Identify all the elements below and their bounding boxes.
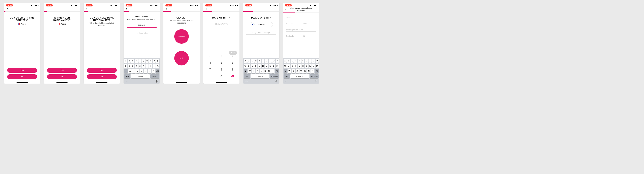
backspace-key[interactable]: ⌫ <box>275 69 279 73</box>
building-input[interactable]: Building/house name <box>286 28 316 32</box>
key-a[interactable]: a <box>124 58 127 63</box>
key-T[interactable]: T <box>298 58 301 63</box>
numpad-6[interactable]: 6 <box>227 61 238 64</box>
key-N[interactable]: N <box>307 69 310 73</box>
key-’[interactable]: ’ <box>152 69 155 73</box>
close-icon[interactable]: ✕ <box>6 7 9 10</box>
key-r[interactable]: r <box>135 58 138 63</box>
no-button[interactable]: No <box>87 74 117 79</box>
gender-option-male[interactable]: Male <box>174 51 189 66</box>
numpad-3[interactable]: 3 <box>227 54 238 58</box>
key-x[interactable]: x <box>132 69 136 73</box>
key-h[interactable]: h <box>142 64 145 68</box>
emoji-key[interactable]: ☺ <box>126 80 128 83</box>
numeric-mode-key[interactable]: 123 <box>244 74 250 78</box>
gender-option-female[interactable]: Female <box>174 29 189 44</box>
key-e[interactable]: e <box>131 58 134 63</box>
home-indicator[interactable] <box>216 82 227 83</box>
key-T[interactable]: T <box>258 58 261 63</box>
key-U[interactable]: U <box>265 58 268 63</box>
mic-key[interactable] <box>156 80 158 83</box>
key-p[interactable]: p <box>156 58 159 63</box>
key-V[interactable]: V <box>260 69 263 73</box>
emoji-key[interactable]: ☺ <box>245 80 248 83</box>
first-name-input[interactable]: Thibault <box>127 24 156 28</box>
back-icon[interactable]: ‹ <box>206 7 207 10</box>
key-b[interactable]: b <box>144 69 147 73</box>
back-icon[interactable]: ‹ <box>126 7 127 10</box>
key-W[interactable]: W <box>248 69 251 73</box>
key-t[interactable]: t <box>138 58 142 63</box>
key-L[interactable]: L <box>312 64 315 68</box>
key-D[interactable]: D <box>290 64 294 68</box>
key-R[interactable]: R <box>254 58 258 63</box>
numeric-mode-key[interactable]: 123 <box>284 74 290 78</box>
home-indicator[interactable] <box>176 82 187 83</box>
key-H[interactable]: H <box>262 64 265 68</box>
street-input[interactable]: Street <box>286 16 316 19</box>
key-F[interactable]: F <box>294 64 297 68</box>
key-B[interactable]: B <box>303 69 306 73</box>
key-W[interactable]: W <box>288 69 291 73</box>
key-L[interactable]: L <box>272 64 275 68</box>
yes-button[interactable]: Yes <box>7 68 37 73</box>
key-P[interactable]: P <box>316 58 318 63</box>
key-Q[interactable]: Q <box>244 64 247 68</box>
key-n[interactable]: n <box>148 69 151 73</box>
key-q[interactable]: q <box>124 64 127 68</box>
key-y[interactable]: y <box>142 58 145 63</box>
key-I[interactable]: I <box>269 58 272 63</box>
key-D[interactable]: D <box>251 64 254 68</box>
key-g[interactable]: g <box>138 64 142 68</box>
numpad-1[interactable]: 1 <box>204 54 216 58</box>
number-input[interactable]: Number <box>286 22 300 26</box>
key-l[interactable]: l <box>153 64 156 68</box>
key-d[interactable]: d <box>131 64 134 68</box>
numpad-9[interactable]: 9 <box>227 68 238 71</box>
numpad-2[interactable]: 2 <box>216 54 227 58</box>
shift-key[interactable]: ⇧ <box>124 69 128 73</box>
key-c[interactable]: c <box>136 69 140 73</box>
key-F[interactable]: F <box>254 64 258 68</box>
space-key[interactable]: espace <box>250 74 269 78</box>
home-indicator[interactable] <box>17 82 28 83</box>
key-G[interactable]: G <box>298 64 301 68</box>
postcode-input[interactable]: Postcode <box>286 34 300 38</box>
mic-key[interactable] <box>275 80 277 83</box>
back-icon[interactable]: ‹ <box>166 7 167 10</box>
no-button[interactable]: No <box>7 74 37 79</box>
key-S[interactable]: S <box>287 64 290 68</box>
return-key[interactable]: retour <box>270 74 279 78</box>
key-C[interactable]: C <box>256 69 259 73</box>
key-j[interactable]: j <box>146 64 148 68</box>
no-button[interactable]: No <box>47 74 77 79</box>
space-key[interactable]: espace <box>290 74 309 78</box>
key-s[interactable]: s <box>128 64 131 68</box>
key-J[interactable]: J <box>305 64 308 68</box>
key-Z[interactable]: Z <box>287 58 290 63</box>
key-X[interactable]: X <box>252 69 255 73</box>
key-C[interactable]: C <box>296 69 299 73</box>
numpad-0[interactable]: 0 <box>216 75 227 78</box>
numpad-7[interactable]: 7 <box>204 68 216 71</box>
home-indicator[interactable] <box>56 82 68 83</box>
numeric-mode-key[interactable]: 123 <box>124 74 130 78</box>
back-icon[interactable]: ‹ <box>46 7 47 10</box>
dob-input[interactable]: DD/MM/YYYY <box>206 22 236 26</box>
back-icon[interactable]: ‹ <box>86 7 87 10</box>
key-X[interactable]: X <box>292 69 295 73</box>
key-K[interactable]: K <box>308 64 312 68</box>
key-u[interactable]: u <box>146 58 148 63</box>
key-M[interactable]: M <box>316 64 318 68</box>
back-icon[interactable]: ‹ <box>246 7 246 10</box>
numpad-4[interactable]: 4 <box>204 61 216 64</box>
emoji-key[interactable]: ☺ <box>285 80 288 83</box>
numpad-5[interactable]: 5 <box>216 61 227 64</box>
next-key[interactable]: suivant <box>310 74 318 78</box>
key-Z[interactable]: Z <box>247 58 250 63</box>
key-’[interactable]: ’ <box>311 69 314 73</box>
back-icon[interactable]: ‹ <box>285 8 286 11</box>
key-I[interactable]: I <box>308 58 312 63</box>
numpad-delete[interactable] <box>227 75 238 78</box>
key-Y[interactable]: Y <box>302 58 304 63</box>
